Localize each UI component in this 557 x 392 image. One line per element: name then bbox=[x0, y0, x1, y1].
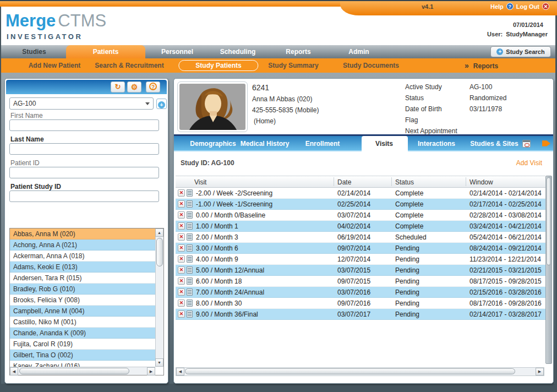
delete-visit-icon[interactable]: ✕ bbox=[178, 255, 185, 263]
scroll-up-arrow[interactable]: ▲ bbox=[155, 228, 163, 237]
patient-list-item[interactable]: Gilbert, Tina O (002) bbox=[10, 350, 155, 361]
patient-list-item[interactable]: Chande, Ananda K (009) bbox=[10, 328, 155, 339]
subnav-item-add-new-patient[interactable]: Add New Patient bbox=[29, 58, 81, 73]
patient-list-item[interactable]: Andersen, Tara R (015) bbox=[10, 273, 155, 284]
delete-visit-icon[interactable]: ✕ bbox=[178, 311, 185, 318]
patient-list-item[interactable]: Ackerman, Anna A (018) bbox=[10, 251, 155, 262]
visit-row[interactable]: ✕8.00 / Month 3009/07/2016Pending08/17/2… bbox=[176, 298, 545, 309]
scroll-left-arrow[interactable]: ◀ bbox=[176, 368, 184, 375]
scrollbar-thumb[interactable] bbox=[547, 177, 551, 265]
logout-icon[interactable]: ✕ bbox=[542, 3, 549, 10]
patient-list-item[interactable]: Brooks, Felicia Y (008) bbox=[10, 295, 155, 306]
delete-visit-icon[interactable]: ✕ bbox=[178, 189, 185, 197]
scroll-right-arrow[interactable]: ▶ bbox=[536, 368, 544, 375]
help-icon[interactable]: ? bbox=[506, 3, 514, 10]
delete-visit-icon[interactable]: ✕ bbox=[178, 222, 185, 230]
tab-enrollment[interactable]: Enrollment bbox=[305, 136, 340, 151]
visit-row[interactable]: ✕1.00 / Month 104/02/2014Complete03/24/2… bbox=[176, 221, 545, 232]
delete-visit-icon[interactable]: ✕ bbox=[178, 244, 185, 252]
visit-row[interactable]: ✕9.00 / Month 36/Final03/07/2017Pending0… bbox=[176, 309, 545, 320]
patient-list-item[interactable]: Achong, Anna A (021) bbox=[10, 239, 155, 251]
delete-visit-icon[interactable]: ✕ bbox=[178, 300, 185, 307]
visits-horizontal-scrollbar[interactable]: ◀ ▶ bbox=[176, 367, 544, 376]
visit-row[interactable]: ✕-2.00 / Week -2/Screening02/14/2014Comp… bbox=[176, 188, 545, 199]
refresh-button[interactable]: ↻ bbox=[111, 81, 125, 92]
patient-list-item[interactable]: Campbell, Anne M (004) bbox=[10, 306, 155, 317]
visit-notes-icon[interactable] bbox=[187, 233, 193, 241]
panel-help-button[interactable]: ? bbox=[146, 81, 160, 92]
nav-tab-scheduling[interactable]: Scheduling bbox=[209, 45, 266, 58]
add-study-button[interactable]: + bbox=[156, 99, 167, 109]
visit-row[interactable]: ✕3.00 / Month 609/07/2014Pending08/24/20… bbox=[176, 243, 545, 254]
visit-notes-icon[interactable] bbox=[187, 255, 193, 263]
study-search-button[interactable]: + Study Search bbox=[490, 46, 551, 57]
delete-visit-icon[interactable]: ✕ bbox=[178, 211, 185, 219]
column-header-window[interactable]: Window bbox=[469, 176, 493, 188]
patient-list-vertical-scrollbar[interactable]: ▲ ▼ bbox=[155, 228, 163, 367]
tab-interactions[interactable]: Interactions bbox=[418, 136, 455, 151]
visit-notes-icon[interactable] bbox=[187, 266, 193, 274]
visit-notes-icon[interactable] bbox=[187, 300, 193, 307]
calendar-icon[interactable] bbox=[522, 140, 531, 148]
visit-notes-icon[interactable] bbox=[187, 311, 193, 318]
tab-studies-sites[interactable]: Studies & Sites bbox=[470, 136, 518, 151]
tab-overflow-arrow-icon[interactable] bbox=[542, 139, 550, 148]
subnav-item-search-recruitment[interactable]: Search & Recruitment bbox=[95, 58, 163, 73]
visit-row[interactable]: ✕7.00 / Month 24/Annual03/07/2016Pending… bbox=[176, 287, 545, 298]
nav-tab-patients[interactable]: Patients bbox=[66, 45, 145, 59]
nav-tab-reports[interactable]: Reports bbox=[270, 45, 327, 58]
delete-visit-icon[interactable]: ✕ bbox=[178, 277, 185, 285]
visit-row[interactable]: ✕4.00 / Month 912/07/2014Pending11/23/20… bbox=[176, 254, 545, 265]
subnav-item-study-patients[interactable]: Study Patients bbox=[178, 60, 258, 71]
column-header-date[interactable]: Date bbox=[337, 176, 351, 188]
logout-link[interactable]: Log Out bbox=[516, 3, 539, 10]
tab-demographics[interactable]: Demographics bbox=[190, 136, 236, 151]
visit-row[interactable]: ✕6.00 / Month 1809/07/2015Pending08/17/2… bbox=[176, 276, 545, 287]
visit-notes-icon[interactable] bbox=[187, 244, 193, 252]
visits-vertical-scrollbar[interactable] bbox=[545, 176, 552, 364]
scroll-right-arrow[interactable]: ▶ bbox=[147, 367, 155, 375]
first-name-input[interactable] bbox=[9, 119, 159, 131]
scroll-down-arrow[interactable]: ▼ bbox=[155, 358, 163, 367]
scroll-left-arrow[interactable]: ◀ bbox=[10, 367, 18, 375]
patient-list-item[interactable]: Fujita, Carol R (019) bbox=[10, 339, 155, 350]
delete-visit-icon[interactable]: ✕ bbox=[178, 233, 185, 241]
patient-list-item[interactable]: Castillo, Niko M (001) bbox=[10, 317, 155, 328]
subnav-item-study-documents[interactable]: Study Documents bbox=[343, 58, 399, 73]
patient-list-item[interactable]: Kaney, Zachary I (016) bbox=[10, 361, 155, 367]
scrollbar-thumb[interactable] bbox=[19, 368, 129, 374]
visit-notes-icon[interactable] bbox=[187, 189, 193, 197]
visit-notes-icon[interactable] bbox=[187, 211, 193, 219]
visit-notes-icon[interactable] bbox=[187, 222, 193, 230]
column-header-visit[interactable]: Visit bbox=[194, 176, 206, 188]
nav-tab-studies[interactable]: Studies bbox=[6, 45, 63, 58]
settings-button[interactable]: ⚙ bbox=[127, 81, 141, 92]
scrollbar-thumb[interactable] bbox=[185, 368, 515, 374]
patient-list-item[interactable]: Bradley, Rob G (010) bbox=[10, 284, 155, 295]
scrollbar-thumb[interactable] bbox=[156, 238, 163, 266]
nav-tab-admin[interactable]: Admin bbox=[330, 45, 387, 58]
patient-list-item[interactable]: Abbas, Anna M (020) bbox=[10, 228, 155, 239]
add-visit-link[interactable]: Add Visit bbox=[516, 159, 542, 167]
delete-visit-icon[interactable]: ✕ bbox=[178, 200, 185, 208]
visit-row[interactable]: ✕0.00 / Month 0/Baseline03/07/2014Comple… bbox=[176, 210, 545, 221]
visit-notes-icon[interactable] bbox=[187, 277, 193, 285]
study-filter-select[interactable]: AG-100 bbox=[9, 97, 154, 110]
delete-visit-icon[interactable]: ✕ bbox=[178, 288, 185, 296]
visit-notes-icon[interactable] bbox=[187, 288, 193, 296]
subnav-item-study-summary[interactable]: Study Summary bbox=[268, 58, 318, 73]
tab-visits[interactable]: Visits bbox=[375, 136, 393, 151]
help-link[interactable]: Help bbox=[490, 3, 504, 10]
patient-list-horizontal-scrollbar[interactable]: ◀ ▶ bbox=[10, 367, 155, 375]
patient-study-id-input[interactable] bbox=[9, 190, 159, 202]
subnav-reports-link[interactable]: »Reports bbox=[465, 58, 498, 73]
last-name-input[interactable] bbox=[9, 143, 159, 155]
tab-medical-history[interactable]: Medical History bbox=[241, 136, 290, 151]
visit-notes-icon[interactable] bbox=[187, 200, 193, 208]
visit-row[interactable]: ✕5.00 / Month 12/Annual03/07/2015Pending… bbox=[176, 265, 545, 276]
delete-visit-icon[interactable]: ✕ bbox=[178, 266, 185, 274]
patient-list-item[interactable]: Adams, Keoki E (013) bbox=[10, 262, 155, 273]
nav-tab-personnel[interactable]: Personnel bbox=[149, 45, 206, 58]
patient-id-input[interactable] bbox=[9, 167, 159, 178]
visit-row[interactable]: ✕2.00 / Month 306/19/2014Scheduled05/24/… bbox=[176, 232, 545, 243]
